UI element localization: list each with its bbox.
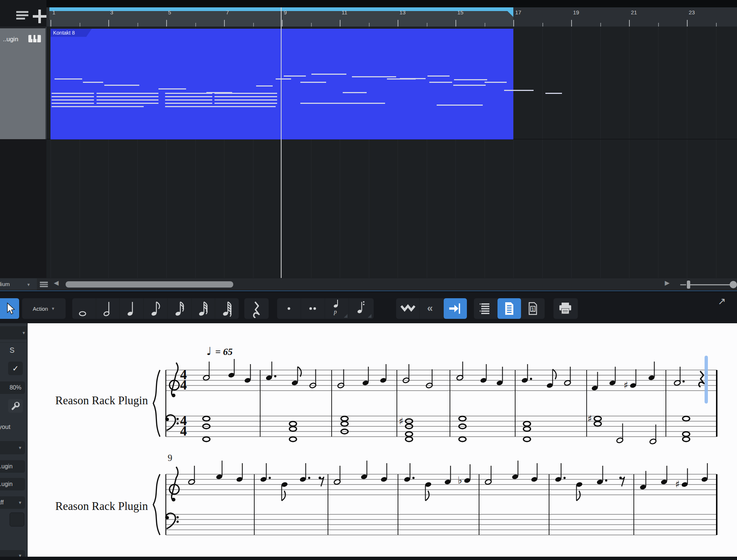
score-note[interactable] [485,466,492,485]
page-view-button[interactable] [497,298,521,319]
scroll-left-icon[interactable]: ◀ [54,279,59,287]
dot-button[interactable] [277,298,301,319]
score-note[interactable] [701,463,708,482]
score-note[interactable] [639,471,647,490]
midi-note [454,79,487,80]
ruler-tick [369,23,370,27]
score-note[interactable]: ♯ [675,468,688,490]
score-page[interactable]: 4444Reason Rack Plugin♯♯♯Reason Rack Plu… [28,323,737,560]
score-note[interactable] [674,367,685,386]
staff-track-label[interactable]: Reason Rack Plugin [55,500,148,513]
voices-button[interactable] [396,298,420,319]
score-note[interactable] [591,372,598,391]
svg-text:1: 1 [532,307,534,312]
page-number-view-button[interactable]: 1 [521,298,545,319]
score-chord[interactable] [341,416,348,434]
arrow-tool-button[interactable] [0,298,19,319]
solo-label[interactable]: S [10,346,14,355]
score-note[interactable] [699,371,705,387]
score-note[interactable] [244,364,251,383]
score-note[interactable] [596,466,607,485]
follow-cursor-button[interactable] [444,298,467,319]
track-2-plugin-box[interactable]: a..ugin [0,478,25,490]
settings-wrench-button[interactable] [8,399,23,413]
staff-track-label[interactable]: Reason Rack Plugin [55,394,148,407]
track-1-plugin-box[interactable]: a..ugin [0,460,25,473]
unfold-button[interactable]: « [420,298,443,319]
wrench-icon [11,401,20,411]
articulation-button[interactable] [349,298,373,319]
score-note[interactable] [480,364,487,383]
score-note[interactable] [188,466,195,485]
action-menu-button[interactable]: Action ▼ [22,298,66,319]
midi-note [165,93,212,94]
continuous-view-button[interactable] [474,298,497,319]
whole-note-button[interactable] [72,298,96,319]
score-note[interactable] [380,463,388,482]
score-note[interactable] [319,477,324,486]
score-note[interactable] [496,367,503,386]
print-button[interactable] [553,298,577,319]
score-chord[interactable] [682,416,689,441]
score-note[interactable] [333,466,341,485]
empty-checkbox[interactable] [10,513,24,526]
score-note[interactable] [216,461,223,480]
chevron-down-icon: ▼ [22,326,26,339]
score-note[interactable] [619,477,625,486]
scroll-right-icon[interactable]: ▶ [665,279,670,287]
thirty-second-note-button[interactable] [192,298,216,319]
preset-selector[interactable]: dium ▼ [0,278,37,290]
score-chord[interactable] [459,416,466,441]
score-chord[interactable] [649,425,657,444]
score-note[interactable]: ♯ [624,369,637,391]
detach-window-icon[interactable]: ↗ [718,296,726,307]
zoom-slider-thumb[interactable] [687,281,690,289]
score-note[interactable] [576,482,583,501]
score-note[interactable] [291,367,301,386]
sixty-fourth-note-button[interactable] [215,298,239,319]
midi-clip[interactable]: Kontakt 8 [50,29,513,140]
score-zoom-value[interactable]: 80% [0,381,25,394]
score-note[interactable] [236,463,243,482]
score-system: 4444Reason Rack Plugin♯♯♯ [55,356,717,444]
playhead[interactable] [281,7,282,278]
quarter-rest-button[interactable] [244,298,268,319]
score-note[interactable] [456,362,464,381]
score-note[interactable] [648,362,655,381]
score-note[interactable] [564,367,571,386]
score-note[interactable] [425,482,432,501]
grace-note-button[interactable]: p [325,298,349,319]
score-note[interactable] [360,461,368,480]
track-header[interactable]: ..ugin [0,27,46,139]
visibility-checkbox[interactable]: ✓ [8,362,23,375]
score-chord[interactable] [203,416,210,441]
score-note[interactable] [660,466,668,485]
quarter-note-button[interactable] [120,298,144,319]
zoom-slider-knob[interactable] [730,281,737,288]
score-note[interactable] [228,359,235,378]
double-dot-button[interactable] [301,298,325,319]
score-chord[interactable]: ♯ [399,416,413,441]
horizontal-scrollbar-thumb[interactable] [66,281,233,288]
score-note[interactable] [362,367,369,386]
half-note-button[interactable] [96,298,120,319]
eighth-note-button[interactable] [144,298,168,319]
timeline-ruler[interactable]: 1357911131517192123 [46,7,737,27]
staff-type-dropdown[interactable]: taff ▼ [0,496,25,509]
score-note[interactable]: ♭ [458,464,471,486]
score-note[interactable] [265,362,276,381]
score-note[interactable] [380,364,387,383]
zoom-out-handle[interactable] [680,284,686,285]
score-chord[interactable]: ♯ [587,413,601,426]
score-note[interactable] [511,461,519,480]
arrangement-area[interactable]: Kontakt 8 [46,27,737,278]
score-note[interactable] [531,463,538,482]
score-note[interactable] [281,482,288,501]
sixteenth-note-button[interactable] [168,298,192,319]
score-note[interactable] [609,367,616,386]
score-note[interactable] [203,362,210,381]
score-edit-cursor[interactable] [705,356,708,404]
notation-mode-dropdown[interactable]: n ▼ [0,326,29,339]
score-note[interactable] [444,466,451,485]
layout-dropdown[interactable]: ▼ [0,441,25,454]
